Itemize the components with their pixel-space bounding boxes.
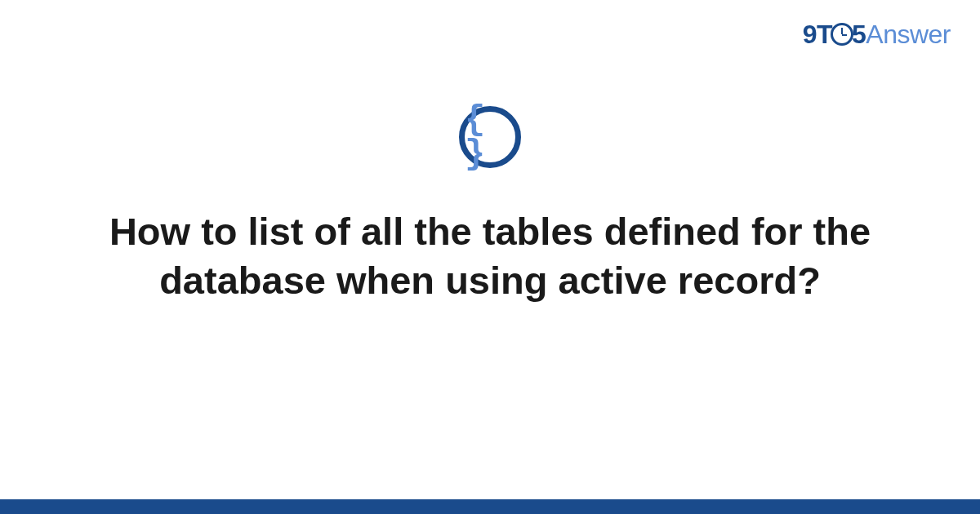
footer-accent-bar <box>0 499 980 514</box>
category-badge: { } <box>459 106 521 168</box>
code-braces-icon: { } <box>465 103 515 171</box>
clock-icon <box>831 23 853 46</box>
logo-text-5: 5 <box>852 20 866 49</box>
logo-text-9t: 9T <box>803 20 832 49</box>
logo-text-answer: Answer <box>866 20 951 49</box>
main-content: { } How to list of all the tables define… <box>0 106 980 305</box>
brand-logo: 9T5Answer <box>803 20 951 50</box>
question-title: How to list of all the tables defined fo… <box>65 207 915 305</box>
